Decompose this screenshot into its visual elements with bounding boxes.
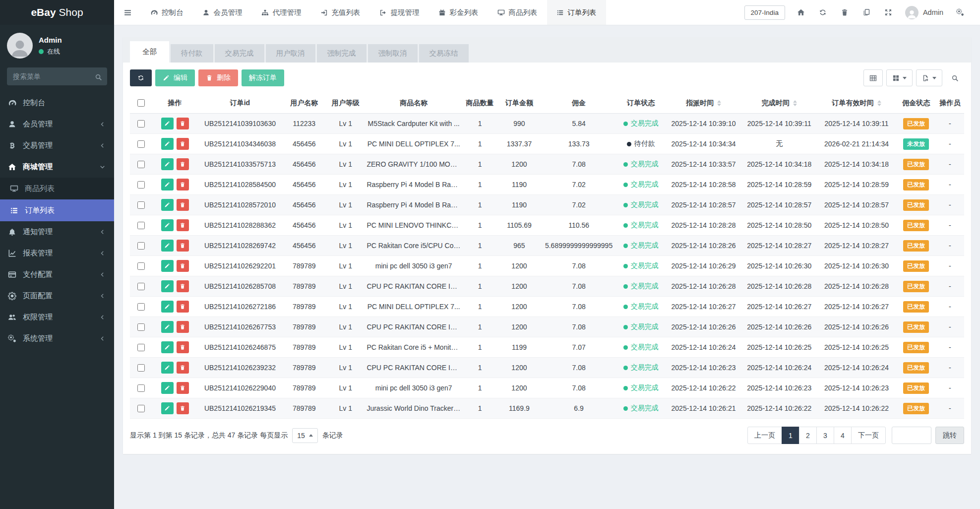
row-edit-button[interactable] (161, 402, 174, 414)
row-checkbox[interactable] (137, 161, 145, 168)
expand-button[interactable] (877, 0, 899, 25)
row-delete-button[interactable] (177, 118, 189, 129)
row-edit-button[interactable] (161, 219, 174, 231)
topnav-item-agents[interactable]: 代理管理 (252, 0, 311, 25)
copy-button[interactable] (856, 0, 877, 25)
topnav-item-products[interactable]: 商品列表 (488, 0, 547, 25)
delete-button[interactable]: 删除 (198, 69, 238, 86)
page-2-button[interactable]: 2 (799, 427, 817, 444)
row-edit-button[interactable] (161, 362, 174, 374)
prev-page-button[interactable]: 上一页 (747, 427, 782, 444)
trash-button[interactable] (834, 0, 856, 25)
jump-page-input[interactable] (892, 427, 931, 444)
sidebar-item-page-config[interactable]: 页面配置 (0, 285, 114, 307)
row-edit-button[interactable] (161, 280, 174, 292)
column-header[interactable]: 订单有效时间 (817, 93, 897, 114)
topnav-item-dashboard[interactable]: 控制台 (141, 0, 193, 25)
search-icon-slot[interactable] (95, 72, 102, 81)
columns-dropdown-button[interactable] (886, 69, 913, 86)
unfreeze-order-button[interactable]: 解冻订单 (242, 69, 284, 86)
sidebar-item-payment-config[interactable]: 支付配置 (0, 264, 114, 285)
row-edit-button[interactable] (161, 321, 174, 333)
search-toggle-button[interactable] (946, 69, 964, 86)
row-checkbox[interactable] (137, 364, 145, 372)
row-edit-button[interactable] (161, 341, 174, 353)
row-delete-button[interactable] (177, 321, 189, 333)
sidebar-item-members[interactable]: 会员管理 (0, 114, 114, 135)
row-edit-button[interactable] (161, 199, 174, 211)
row-delete-button[interactable] (177, 138, 189, 150)
row-edit-button[interactable] (161, 138, 174, 150)
tab-pending-payment[interactable]: 待付款 (171, 44, 213, 63)
row-delete-button[interactable] (177, 240, 189, 252)
refresh-button[interactable] (812, 0, 834, 25)
row-delete-button[interactable] (177, 362, 189, 374)
row-delete-button[interactable] (177, 219, 189, 231)
select-all-checkbox[interactable] (137, 99, 145, 107)
tab-all[interactable]: 全部 (130, 41, 169, 63)
tab-completed[interactable]: 交易完成 (215, 44, 264, 63)
topnav-user[interactable]: Admin (899, 6, 949, 19)
column-header[interactable]: 完成时间 (742, 93, 817, 114)
settings-cogs-button[interactable] (949, 0, 971, 25)
row-checkbox[interactable] (137, 262, 145, 270)
sidebar-item-dashboard[interactable]: 控制台 (0, 92, 114, 114)
row-delete-button[interactable] (177, 382, 189, 394)
home-button[interactable] (790, 0, 812, 25)
page-size-select[interactable]: 15 (292, 428, 318, 443)
menu-toggle-button[interactable] (114, 0, 141, 25)
row-checkbox[interactable] (137, 201, 145, 209)
topnav-item-members[interactable]: 会员管理 (193, 0, 252, 25)
topnav-item-orders[interactable]: 订单列表 (547, 0, 606, 25)
row-delete-button[interactable] (177, 402, 189, 414)
site-selector-button[interactable]: 207-India (744, 5, 785, 20)
tab-frozen[interactable]: 交易冻结 (419, 44, 469, 63)
next-page-button[interactable]: 下一页 (851, 427, 886, 444)
row-edit-button[interactable] (161, 240, 174, 252)
row-edit-button[interactable] (161, 179, 174, 191)
row-checkbox[interactable] (137, 242, 145, 250)
tab-force-completed[interactable]: 强制完成 (317, 44, 367, 63)
row-edit-button[interactable] (161, 382, 174, 394)
sidebar-subitem-orders[interactable]: 订单列表 (0, 199, 114, 221)
column-header[interactable]: 指派时间 (665, 93, 742, 114)
row-edit-button[interactable] (161, 260, 174, 272)
page-4-button[interactable]: 4 (834, 427, 852, 444)
sidebar-item-system[interactable]: 系统管理 (0, 328, 114, 349)
row-delete-button[interactable] (177, 280, 189, 292)
row-checkbox[interactable] (137, 323, 145, 331)
row-edit-button[interactable] (161, 301, 174, 313)
tab-user-cancelled[interactable]: 用户取消 (266, 44, 315, 63)
topnav-item-withdraw[interactable]: 提现管理 (370, 0, 429, 25)
topnav-item-bonus[interactable]: 彩金列表 (429, 0, 488, 25)
sidebar-item-notifications[interactable]: 通知管理 (0, 221, 114, 243)
row-checkbox[interactable] (137, 181, 145, 189)
search-input[interactable] (7, 67, 107, 85)
table-view-button[interactable] (863, 69, 883, 86)
row-checkbox[interactable] (137, 283, 145, 290)
edit-button[interactable]: 编辑 (155, 69, 195, 86)
row-delete-button[interactable] (177, 199, 189, 211)
row-edit-button[interactable] (161, 158, 174, 170)
row-checkbox[interactable] (137, 384, 145, 392)
row-edit-button[interactable] (161, 118, 174, 129)
row-checkbox[interactable] (137, 303, 145, 311)
row-delete-button[interactable] (177, 158, 189, 170)
sidebar-item-trade[interactable]: 交易管理 (0, 135, 114, 156)
sidebar-subitem-products[interactable]: 商品列表 (0, 178, 114, 199)
page-3-button[interactable]: 3 (816, 427, 834, 444)
jump-button[interactable]: 跳转 (935, 427, 964, 444)
row-delete-button[interactable] (177, 179, 189, 191)
row-checkbox[interactable] (137, 405, 145, 412)
sidebar-item-reports[interactable]: 报表管理 (0, 243, 114, 264)
sidebar-item-permissions[interactable]: 权限管理 (0, 307, 114, 328)
row-delete-button[interactable] (177, 341, 189, 353)
row-checkbox[interactable] (137, 222, 145, 229)
page-1-button[interactable]: 1 (782, 427, 799, 444)
sidebar-item-mall[interactable]: 商城管理 (0, 156, 114, 178)
tab-force-cancelled[interactable]: 强制取消 (368, 44, 418, 63)
refresh-button[interactable] (130, 69, 152, 86)
row-checkbox[interactable] (137, 140, 145, 148)
export-dropdown-button[interactable] (916, 69, 942, 86)
topnav-item-recharge[interactable]: 充值列表 (311, 0, 370, 25)
